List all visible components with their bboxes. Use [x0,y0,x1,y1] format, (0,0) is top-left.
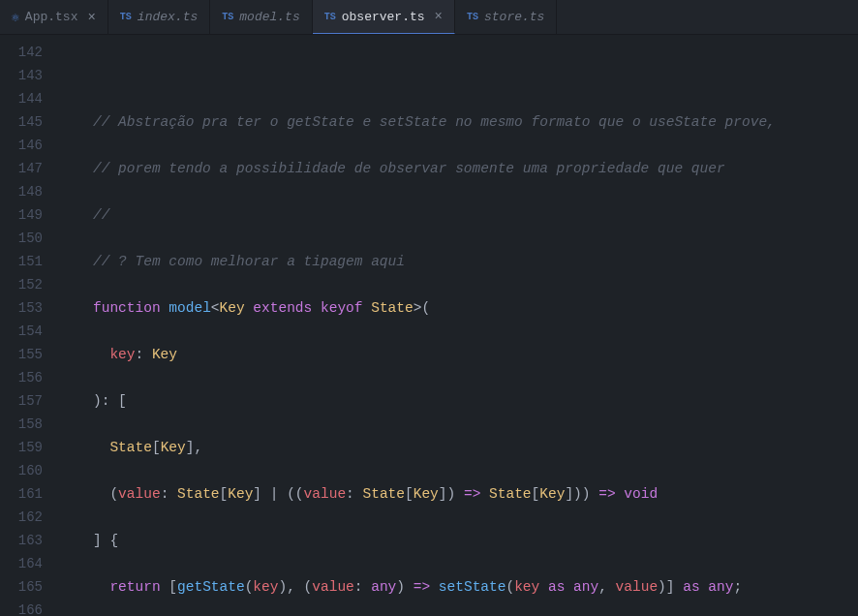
param: value [304,486,347,502]
line-number: 153 [0,296,43,320]
line-number: 162 [0,506,43,529]
line-number: 147 [0,157,43,180]
type: Key [161,440,186,455]
line-number: 154 [0,320,43,343]
line-number: 143 [0,64,43,87]
line-numbers: 1421431441451461471481491501511521531541… [0,35,62,616]
tab-label: index.ts [138,10,198,24]
line-number: 152 [0,273,43,296]
tab-label: observer.ts [342,10,425,24]
kw: return [109,579,160,595]
code-area[interactable]: // Abstração pra ter o getState e setSta… [62,35,858,616]
line-number: 159 [0,436,43,459]
line-number: 151 [0,250,43,273]
type: State [177,486,220,502]
var: key [514,579,539,595]
type: Key [220,300,245,316]
tab-store[interactable]: TS store.ts [455,0,557,34]
ts-icon: TS [324,12,336,22]
param: key [109,347,135,362]
line-number: 148 [0,180,43,203]
type: Key [539,486,565,502]
type: State [363,486,406,502]
kw: any [573,579,598,595]
line-number: 156 [0,366,43,389]
param: value [312,579,354,595]
comment: // [93,207,109,223]
close-icon[interactable]: × [87,10,95,25]
fn: setState [439,579,506,595]
tab-index[interactable]: TS index.ts [108,0,210,34]
line-number: 155 [0,343,43,366]
close-icon[interactable]: × [435,9,443,24]
line-number: 150 [0,227,43,250]
line-number: 158 [0,413,43,436]
line-number: 160 [0,459,43,482]
line-number: 163 [0,529,43,552]
kw: as [548,579,565,595]
react-icon: ⚛ [12,10,19,25]
comment: // Abstração pra ter o getState e setSta… [93,114,776,130]
tab-label: App.tsx [25,10,78,24]
line-number: 142 [0,41,43,64]
line-number: 146 [0,134,43,157]
line-number: 157 [0,389,43,413]
tab-bar: ⚛ App.tsx × TS index.ts TS model.ts TS o… [0,0,858,35]
var: value [616,579,659,595]
ts-icon: TS [467,12,478,22]
type: State [371,300,414,316]
type: Key [152,347,177,362]
param: value [118,486,161,502]
line-number: 144 [0,87,43,110]
tab-observer[interactable]: TS observer.ts × [313,0,455,34]
line-number: 164 [0,552,43,575]
type: State [109,440,152,455]
line-number: 161 [0,482,43,506]
line-number: 145 [0,110,43,134]
tab-app[interactable]: ⚛ App.tsx × [0,0,108,34]
tab-label: model.ts [239,10,299,24]
comment: // porem tendo a possibilidade de observ… [93,161,725,176]
kw: function [93,300,161,316]
type: Key [414,486,439,502]
kw: void [624,486,658,502]
kw: any [371,579,396,595]
kw: any [708,579,733,595]
fn: model [169,300,211,316]
tab-label: store.ts [484,10,544,24]
tab-model[interactable]: TS model.ts [210,0,312,34]
line-number: 165 [0,575,43,599]
kw: keyof [321,300,363,316]
fn: getState [177,579,245,595]
comment: // ? Tem como melhorar a tipagem aqui [93,254,405,269]
ts-icon: TS [222,12,233,22]
kw: extends [253,300,312,316]
var: key [253,579,278,595]
kw: as [683,579,699,595]
type: State [489,486,532,502]
ts-icon: TS [120,12,132,22]
line-number: 166 [0,599,43,616]
line-number: 149 [0,203,43,227]
type: Key [228,486,253,502]
editor[interactable]: 1421431441451461471481491501511521531541… [0,35,858,616]
